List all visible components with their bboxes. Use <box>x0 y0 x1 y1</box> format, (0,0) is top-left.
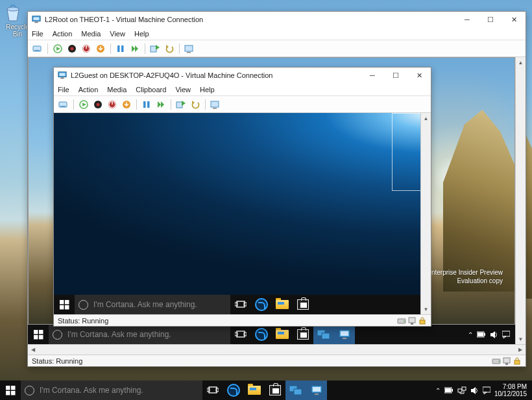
revert-button[interactable] <box>163 43 175 55</box>
taskbar-store[interactable] <box>265 381 285 400</box>
svg-rect-27 <box>237 331 245 337</box>
svg-rect-66 <box>211 101 219 107</box>
menu-action[interactable]: Action <box>79 86 99 94</box>
minimize-button[interactable]: ─ <box>455 12 479 27</box>
file-explorer-icon <box>276 300 289 309</box>
svg-rect-70 <box>60 305 64 310</box>
volume-icon[interactable] <box>470 386 479 395</box>
start-menu-button[interactable] <box>0 381 21 400</box>
svg-rect-59 <box>143 101 146 108</box>
reset-button[interactable] <box>129 43 141 55</box>
menu-file[interactable]: File <box>32 30 43 38</box>
taskbar-hyperv-manager[interactable] <box>313 325 334 344</box>
shutdown-button[interactable] <box>106 99 118 110</box>
outer-vm-titlebar[interactable]: L2Root on THEOT-1 - Virtual Machine Conn… <box>28 12 526 27</box>
taskbar-hyperv-manager[interactable] <box>285 381 306 400</box>
taskbar-explorer[interactable] <box>272 295 293 314</box>
svg-marker-16 <box>132 45 135 52</box>
checkpoint-button[interactable] <box>175 99 187 110</box>
svg-rect-94 <box>445 388 451 392</box>
store-icon <box>297 299 309 310</box>
scroll-up-button[interactable]: ▲ <box>516 57 526 68</box>
svg-rect-50 <box>60 106 66 106</box>
save-button[interactable] <box>121 99 132 110</box>
turnoff-button[interactable] <box>66 43 78 55</box>
systray-chevron-up-icon[interactable]: ⌃ <box>435 387 441 394</box>
menu-view[interactable]: View <box>175 86 191 94</box>
taskbar-vmconnect[interactable] <box>306 381 327 400</box>
maximize-button[interactable]: ☐ <box>384 68 407 82</box>
action-center-icon[interactable] <box>502 331 510 338</box>
l2guest-desktop[interactable]: I'm Cortana. Ask me anything. <box>54 113 431 314</box>
taskbar-edge[interactable] <box>251 295 272 314</box>
menu-clipboard[interactable]: Clipboard <box>136 86 166 94</box>
battery-icon[interactable] <box>444 386 453 394</box>
cortana-search-box[interactable]: I'm Cortana. Ask me anything. <box>21 381 202 400</box>
start-menu-button[interactable] <box>54 295 75 314</box>
cortana-search-box[interactable]: I'm Cortana. Ask me anything. <box>75 295 230 314</box>
inner-vm-status-label: Status: Running <box>58 317 108 325</box>
taskbar-edge[interactable] <box>223 381 244 400</box>
inner-vm-vertical-scrollbar[interactable]: ▲ ▼ <box>420 113 431 314</box>
ctrl-alt-del-button[interactable] <box>32 43 43 55</box>
enhanced-session-button[interactable] <box>210 99 221 110</box>
volume-icon[interactable] <box>490 331 498 339</box>
scroll-right-button[interactable]: ▶ <box>515 345 526 355</box>
shutdown-button[interactable] <box>80 43 92 55</box>
network-icon[interactable] <box>457 386 466 394</box>
svg-rect-15 <box>121 45 124 52</box>
start-menu-button[interactable] <box>28 325 49 344</box>
inner-vm-titlebar[interactable]: L2Guest on DESKTOP-A2FUQ4O - Virtual Mac… <box>54 68 431 83</box>
turnoff-button[interactable] <box>92 99 104 110</box>
save-button[interactable] <box>95 43 106 55</box>
scroll-up-button[interactable]: ▲ <box>421 113 431 123</box>
action-center-icon[interactable] <box>483 386 490 394</box>
enhanced-session-button[interactable] <box>184 43 195 55</box>
menu-media[interactable]: Media <box>107 86 127 94</box>
pause-button[interactable] <box>141 99 152 110</box>
scroll-down-button[interactable]: ▼ <box>516 334 526 344</box>
taskbar-explorer[interactable] <box>244 381 265 400</box>
menu-help[interactable]: Help <box>200 86 215 94</box>
start-button[interactable] <box>78 99 90 110</box>
taskbar-store[interactable] <box>293 295 313 314</box>
start-button[interactable] <box>52 43 64 55</box>
minimize-button[interactable]: ─ <box>361 68 384 82</box>
menu-action[interactable]: Action <box>53 30 73 38</box>
menu-media[interactable]: Media <box>81 30 101 38</box>
menu-file[interactable]: File <box>58 86 69 94</box>
clock-date: 10/12/2015 <box>494 390 527 397</box>
close-button[interactable]: ✕ <box>407 68 431 82</box>
battery-icon[interactable] <box>477 331 486 338</box>
scroll-down-button[interactable]: ▼ <box>421 304 431 314</box>
outer-vm-vertical-scrollbar[interactable]: ▲ ▼ <box>515 57 526 344</box>
cortana-search-box[interactable]: I'm Cortana. Ask me anything. <box>49 325 230 344</box>
task-view-button[interactable] <box>202 381 223 400</box>
svg-rect-72 <box>237 301 245 307</box>
task-view-button[interactable] <box>230 295 251 314</box>
maximize-button[interactable]: ☐ <box>479 12 502 27</box>
system-clock[interactable]: 7:08 PM 10/12/2015 <box>494 383 527 397</box>
reset-button[interactable] <box>155 99 167 110</box>
systray-chevron-up-icon[interactable]: ⌃ <box>468 331 473 338</box>
task-view-button[interactable] <box>230 325 251 344</box>
close-button[interactable]: ✕ <box>502 12 526 27</box>
svg-rect-95 <box>458 389 462 392</box>
windows-logo-icon <box>60 300 69 310</box>
checkpoint-button[interactable] <box>149 43 161 55</box>
status-lock-icon <box>513 356 522 366</box>
revert-button[interactable] <box>189 99 201 110</box>
windows-logo-icon <box>34 330 43 340</box>
pause-button[interactable] <box>115 43 127 55</box>
menu-view[interactable]: View <box>110 30 125 38</box>
taskbar-vmconnect[interactable] <box>334 325 355 344</box>
taskbar-edge[interactable] <box>251 325 272 344</box>
svg-rect-101 <box>483 387 490 392</box>
outer-vm-horizontal-scrollbar[interactable]: ◀ ▶ <box>28 344 526 355</box>
scroll-left-button[interactable]: ◀ <box>28 345 38 355</box>
taskbar-store[interactable] <box>293 325 313 344</box>
ctrl-alt-del-button[interactable] <box>58 99 69 110</box>
svg-rect-88 <box>294 389 302 395</box>
menu-help[interactable]: Help <box>134 30 149 38</box>
taskbar-explorer[interactable] <box>272 325 293 344</box>
